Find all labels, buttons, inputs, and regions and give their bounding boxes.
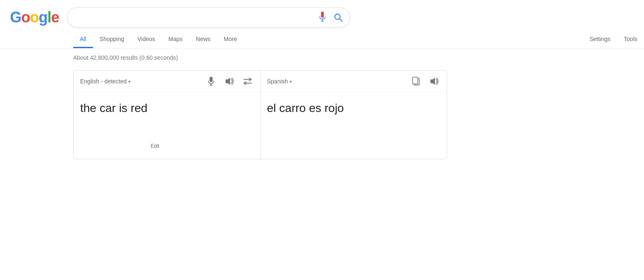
target-lang-selector[interactable]: Spanish ▾	[267, 78, 292, 85]
translate-right-header: Spanish ▾	[261, 71, 447, 93]
nav-right: Settings Tools	[583, 30, 644, 48]
svg-marker-8	[225, 78, 230, 85]
nav-item-all[interactable]: All	[73, 30, 93, 48]
translate-left-body: the car is red Edit	[74, 93, 260, 159]
svg-rect-0	[321, 12, 324, 18]
nav-item-news[interactable]: News	[189, 30, 217, 48]
svg-rect-12	[413, 77, 418, 84]
nav-item-videos[interactable]: Videos	[131, 30, 162, 48]
edit-label[interactable]: Edit	[151, 143, 160, 149]
svg-line-4	[339, 19, 342, 21]
source-lang-selector[interactable]: English - detected ▾	[80, 78, 130, 85]
mic-icon[interactable]	[317, 12, 328, 23]
nav-item-shopping[interactable]: Shopping	[93, 30, 131, 48]
target-header-icons	[410, 75, 440, 87]
translated-text: el carro es rojo	[267, 101, 344, 116]
target-lang-label: Spanish	[267, 78, 288, 85]
source-speaker-icon[interactable]	[224, 75, 235, 87]
nav-item-maps[interactable]: Maps	[162, 30, 189, 48]
swap-languages-icon[interactable]	[242, 75, 253, 87]
source-lang-chevron-icon: ▾	[128, 79, 130, 84]
target-lang-chevron-icon: ▾	[290, 79, 292, 84]
translate-left-header: English - detected ▾	[74, 71, 260, 93]
nav-item-settings[interactable]: Settings	[583, 30, 617, 48]
copy-icon[interactable]	[410, 75, 422, 87]
translate-left-panel: English - detected ▾	[74, 71, 261, 159]
search-icons	[317, 12, 344, 23]
header: Google translate the car is red to spani…	[0, 0, 644, 27]
google-logo[interactable]: Google	[10, 9, 59, 26]
svg-rect-5	[209, 77, 212, 82]
search-bar: translate the car is red to spanish	[67, 7, 350, 27]
source-header-icons	[205, 75, 253, 87]
nav-item-more[interactable]: More	[217, 30, 244, 48]
target-speaker-icon[interactable]	[428, 75, 440, 87]
source-lang-label: English - detected	[80, 78, 127, 85]
translate-right-panel: Spanish ▾	[261, 71, 447, 159]
nav-item-tools[interactable]: Tools	[617, 30, 644, 48]
translate-widget: English - detected ▾	[73, 70, 447, 159]
svg-marker-13	[430, 78, 435, 85]
search-icon[interactable]	[332, 12, 344, 23]
source-mic-icon[interactable]	[205, 75, 217, 87]
search-input[interactable]: translate the car is red to spanish	[67, 7, 350, 27]
results-count: About 42,800,000 results (0.60 seconds)	[0, 49, 644, 65]
nav-bar: All Shopping Videos Maps News More Setti…	[0, 30, 644, 49]
source-text: the car is red	[80, 101, 147, 116]
translate-right-body: el carro es rojo	[261, 93, 447, 159]
